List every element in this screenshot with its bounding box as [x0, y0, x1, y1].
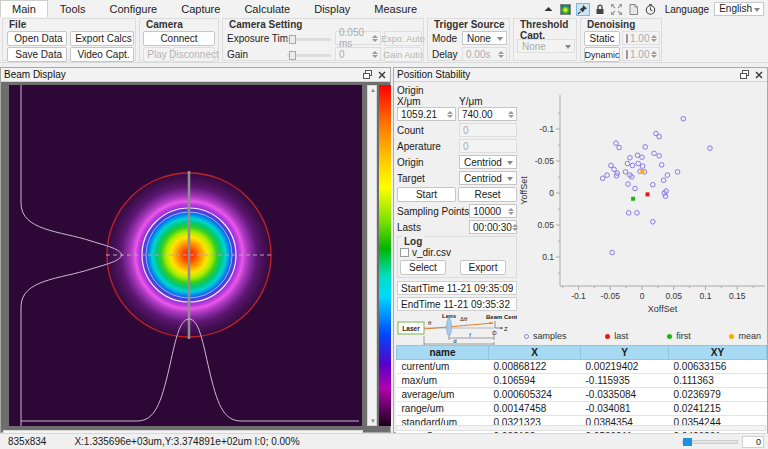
y-origin-spinner[interactable] [508, 111, 514, 118]
menu-tab-main[interactable]: Main [0, 0, 48, 17]
chevron-down-icon [507, 177, 513, 181]
static-denoise-checkbox[interactable] [626, 34, 628, 43]
menu-tab-capture[interactable]: Capture [169, 0, 232, 17]
cursor-coords-readout: X:1.335696e+03um,Y:3.374891e+02um I:0; 0… [74, 436, 299, 447]
beam-image[interactable] [9, 85, 362, 426]
menu-tab-calculate[interactable]: Calculate [232, 0, 302, 17]
gain-slider-thumb[interactable] [289, 51, 296, 60]
dynamic-denoise-button[interactable]: Dynamic [584, 47, 620, 62]
dynamic-denoise-spinner[interactable] [651, 51, 657, 58]
sample-point [640, 164, 645, 169]
y-origin-field[interactable]: 740.00 [458, 107, 517, 121]
starttime-value: 11-21 09:35:09 [447, 283, 514, 294]
sample-point [675, 170, 680, 175]
trigger-source-group-label: Trigger Source [432, 19, 507, 30]
video-capture-button[interactable]: Video Capt. [70, 47, 134, 62]
starttime-label: StartTime [401, 283, 444, 294]
colormap-icon[interactable] [559, 3, 573, 16]
export-log-button[interactable]: Export [460, 260, 506, 275]
reset-button[interactable]: Reset [458, 187, 517, 202]
log-file-checkbox[interactable] [400, 248, 409, 257]
exposure-spinner[interactable] [372, 35, 378, 42]
start-button[interactable]: Start [397, 187, 456, 202]
trigger-delay-field[interactable]: 0.00s [462, 47, 507, 61]
x-origin-field[interactable]: 1059.21 [397, 107, 456, 121]
fit-window-icon[interactable] [610, 3, 624, 16]
trigger-mode-value: None [467, 33, 491, 44]
chevron-down-icon [754, 8, 760, 12]
disconnect-button[interactable]: Disconnect [173, 47, 215, 62]
gain-spinner[interactable] [372, 51, 378, 58]
pin-icon[interactable] [576, 3, 590, 16]
dynamic-denoise-checkbox[interactable] [626, 50, 628, 59]
exposure-slider-thumb[interactable] [289, 35, 296, 44]
dynamic-denoise-field[interactable]: 1.00 [622, 47, 660, 61]
connect-button[interactable]: Connect [143, 31, 215, 46]
lock-icon[interactable] [593, 3, 607, 16]
svg-text:Δθ: Δθ [460, 316, 468, 322]
table-horizontal-scrollbar[interactable] [396, 425, 766, 431]
lasts-field[interactable]: 00:00:30 [469, 220, 517, 234]
gain-slider[interactable] [287, 54, 331, 57]
svg-text:Lens: Lens [442, 313, 457, 319]
close-panel-icon[interactable] [376, 69, 388, 80]
gain-auto-button[interactable]: Gain Auto [384, 47, 422, 62]
trigger-delay-spinner[interactable] [498, 51, 504, 58]
sample-point [626, 182, 631, 187]
float-panel-icon[interactable] [361, 69, 373, 80]
position-stability-title: Position Stability [397, 69, 470, 80]
statusbar: 835x834 X:1.335696e+03um,Y:3.374891e+02u… [0, 433, 768, 449]
beam-vertical-scrollbar[interactable]: ▲▼ [367, 85, 377, 426]
static-denoise-button[interactable]: Static [584, 31, 620, 46]
trigger-mode-select[interactable]: None [462, 31, 507, 45]
svg-text:0: 0 [549, 188, 554, 198]
chevron-down-icon [565, 45, 571, 49]
collapse-toolbar-button[interactable] [542, 3, 556, 16]
dynamic-denoise-label: Dynamic [585, 50, 620, 60]
app-window: MainToolsConfigureCaptureCalculateDispla… [0, 0, 768, 449]
origin-mode-select[interactable]: Centriod [459, 155, 517, 169]
sampling-points-spinner[interactable] [508, 208, 514, 215]
menu-tab-display[interactable]: Display [302, 0, 362, 17]
legend-item-samples: samples [524, 331, 567, 341]
x-origin-spinner[interactable] [447, 111, 453, 118]
threshold-select[interactable]: None [517, 39, 575, 53]
exposure-value-field[interactable]: 0.050 ms [335, 31, 381, 45]
y-axis-label: YoffSet [519, 176, 529, 205]
table-row[interactable]: max/um0.106594-0.1159350.111363 [397, 374, 767, 388]
static-denoise-spinner[interactable] [651, 35, 657, 42]
gain-value-field[interactable]: 0 [335, 47, 381, 61]
status-slider-thumb[interactable] [683, 438, 692, 446]
mean-point [640, 170, 644, 174]
video-capture-label: Video Capt. [77, 49, 129, 60]
sample-point [628, 156, 633, 161]
save-data-button[interactable]: Save Data [7, 47, 67, 62]
scatter-legend: sampleslastfirstmean [524, 331, 761, 341]
svg-text:-0.05: -0.05 [601, 291, 621, 301]
table-row[interactable]: average/um0.000605324-0.03350840.0236979 [397, 388, 767, 402]
float-panel-icon[interactable] [738, 69, 750, 80]
menu-tab-configure[interactable]: Configure [98, 0, 170, 17]
document-icon[interactable] [627, 3, 641, 16]
static-denoise-value: 1.00 [630, 33, 649, 44]
status-slider[interactable] [682, 440, 738, 444]
sampling-points-field[interactable]: 10000 [469, 204, 517, 218]
close-panel-icon[interactable] [753, 69, 765, 80]
table-row[interactable]: range/um0.00147458-0.0340810.0241215 [397, 402, 767, 416]
menu-tab-tools[interactable]: Tools [48, 0, 98, 17]
start-label: Start [416, 189, 437, 200]
menu-tab-measure[interactable]: Measure [362, 0, 429, 17]
legend-item-first: first [667, 331, 691, 341]
exposure-slider[interactable] [287, 38, 331, 41]
static-denoise-field[interactable]: 1.00 [622, 31, 660, 45]
export-calcs-button[interactable]: Export Calcs [70, 31, 134, 46]
open-data-button[interactable]: Open Data [7, 31, 67, 46]
exposure-auto-button[interactable]: Expo. Auto [384, 31, 422, 46]
select-log-button[interactable]: Select [400, 260, 446, 275]
play-button[interactable]: Play [143, 47, 171, 62]
table-row[interactable]: current/um0.008681220.002194020.00633156 [397, 360, 767, 374]
target-mode-label: Target [397, 173, 459, 184]
target-mode-select[interactable]: Centriod [459, 171, 517, 185]
language-select[interactable]: English [714, 2, 764, 16]
timer-icon[interactable] [644, 3, 658, 16]
